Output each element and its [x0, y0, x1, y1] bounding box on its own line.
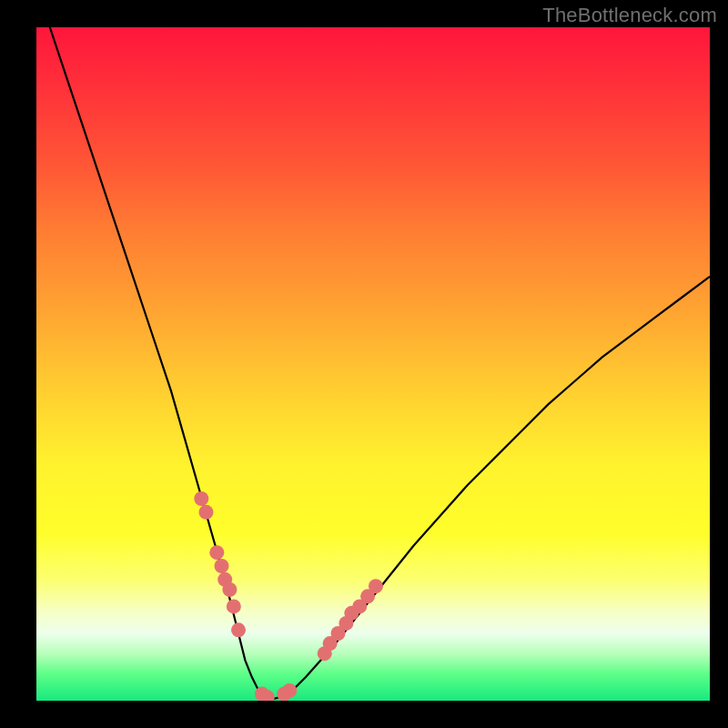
curve-marker [339, 616, 353, 631]
bottleneck-curve [50, 27, 710, 700]
curve-marker [215, 559, 229, 573]
curve-marker [217, 572, 232, 587]
curve-marker [222, 582, 237, 597]
curve-marker [260, 690, 275, 701]
curve-marker [369, 579, 383, 593]
curve-marker [318, 646, 332, 661]
watermark-text: TheBottleneck.com [542, 4, 717, 27]
plot-area [36, 27, 710, 701]
chart-frame: TheBottleneck.com [0, 0, 728, 728]
curve-marker [344, 606, 359, 621]
curve-marker [198, 505, 213, 520]
curve-marker [255, 687, 269, 701]
curve-marker [277, 687, 291, 701]
curve-markers [194, 491, 383, 701]
curve-marker [360, 589, 375, 603]
chart-svg [36, 27, 710, 701]
curve-marker [227, 599, 241, 613]
curve-marker [231, 622, 246, 637]
curve-marker [323, 636, 338, 651]
curve-marker [331, 626, 346, 641]
curve-marker [282, 683, 297, 698]
curve-marker [209, 545, 224, 560]
curve-marker [352, 599, 367, 613]
curve-marker [194, 491, 208, 506]
